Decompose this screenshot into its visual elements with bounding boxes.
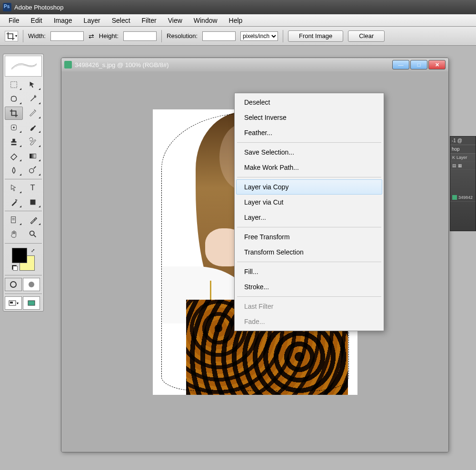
menu-layer[interactable]: Layer — [78, 15, 106, 26]
panel-tab[interactable]: -1 @ — [450, 137, 476, 145]
tool-brush[interactable] — [24, 121, 42, 134]
height-input[interactable] — [123, 31, 157, 41]
menu-bar: File Edit Image Layer Select Filter View… — [0, 14, 476, 27]
close-button[interactable]: ✕ — [428, 60, 446, 69]
tool-dodge[interactable] — [24, 164, 42, 177]
svg-rect-15 — [28, 301, 35, 305]
app-titlebar: Adobe Photoshop — [0, 0, 476, 14]
swap-dimensions-icon[interactable]: ⇄ — [89, 32, 94, 40]
svg-rect-0 — [11, 82, 17, 88]
menu-filter[interactable]: Filter — [136, 15, 162, 26]
tool-notes[interactable] — [5, 213, 23, 226]
foreground-color-swatch[interactable] — [12, 248, 27, 263]
context-item-layer[interactable]: Layer... — [236, 210, 382, 225]
context-item-make-work-path[interactable]: Make Work Path... — [236, 160, 382, 175]
menu-window[interactable]: Window — [188, 15, 223, 26]
tool-slice[interactable] — [24, 107, 42, 120]
divider — [5, 294, 42, 294]
svg-point-2 — [13, 127, 15, 128]
maximize-button[interactable]: □ — [410, 60, 427, 69]
tool-marquee[interactable] — [5, 78, 23, 91]
context-item-stroke[interactable]: Stroke... — [236, 279, 382, 294]
brush-preview[interactable] — [5, 56, 42, 77]
document-icon — [64, 61, 72, 69]
context-item-save-selection[interactable]: Save Selection... — [236, 145, 382, 160]
context-item-fill[interactable]: Fill... — [236, 264, 382, 279]
menu-image[interactable]: Image — [48, 15, 78, 26]
tool-shape[interactable] — [24, 196, 42, 209]
context-item-free-transform[interactable]: Free Transform — [236, 229, 382, 245]
svg-point-10 — [30, 231, 34, 235]
menu-edit[interactable]: Edit — [25, 15, 48, 26]
panel-file-row[interactable]: 349842 — [450, 194, 476, 202]
standard-mode-button[interactable] — [5, 278, 22, 291]
swap-colors-icon[interactable]: ⤢ — [31, 248, 35, 253]
menu-separator — [237, 262, 381, 262]
panel-tab[interactable]: hop — [450, 145, 476, 154]
front-image-button[interactable]: Front Image — [288, 30, 343, 42]
tool-crop[interactable] — [5, 107, 23, 120]
tool-hand[interactable] — [5, 227, 23, 241]
svg-text:T: T — [30, 183, 35, 192]
imageready-button[interactable] — [23, 296, 40, 310]
menu-select[interactable]: Select — [106, 15, 136, 26]
context-item-deselect[interactable]: Deselect — [236, 95, 382, 110]
menu-view[interactable]: View — [162, 15, 188, 26]
tool-gradient[interactable] — [24, 149, 42, 163]
minimize-button[interactable]: — — [392, 60, 409, 69]
context-item-feather[interactable]: Feather... — [236, 125, 382, 140]
tool-pen[interactable] — [5, 196, 23, 209]
tool-zoom[interactable] — [24, 227, 42, 241]
tool-lasso[interactable] — [5, 92, 23, 106]
menu-help[interactable]: Help — [223, 15, 248, 26]
tool-move[interactable] — [24, 78, 42, 91]
panel-tab-row[interactable]: K Layer — [450, 154, 476, 162]
separator — [23, 30, 23, 42]
tool-magic-wand[interactable] — [24, 92, 42, 106]
tool-path-select[interactable] — [5, 181, 23, 195]
options-bar: ▾ Width: ⇄ Height: Resolution: pixels/in… — [0, 27, 476, 46]
separator — [161, 30, 162, 42]
file-icon — [452, 195, 457, 200]
svg-rect-14 — [10, 302, 13, 304]
svg-rect-6 — [30, 200, 36, 205]
svg-point-4 — [30, 168, 34, 173]
menu-separator — [237, 142, 381, 143]
context-menu: DeselectSelect InverseFeather...Save Sel… — [234, 93, 384, 331]
divider — [5, 211, 42, 211]
tool-blur[interactable] — [5, 164, 23, 177]
color-swatches[interactable]: ⤢ — [12, 248, 35, 271]
menu-file[interactable]: File — [3, 15, 25, 26]
tool-history-brush[interactable] — [24, 135, 42, 148]
svg-point-12 — [29, 282, 34, 287]
resolution-input[interactable] — [202, 31, 236, 41]
app-title: Adobe Photoshop — [14, 4, 63, 11]
screen-mode-button[interactable]: ▾ — [5, 296, 22, 310]
default-colors-icon[interactable] — [12, 265, 18, 271]
crop-tool-icon[interactable]: ▾ — [5, 31, 18, 41]
width-input[interactable] — [50, 31, 84, 41]
context-item-fade: Fade... — [236, 314, 382, 329]
tool-type[interactable]: T — [24, 181, 42, 195]
menu-separator — [237, 296, 381, 297]
document-titlebar[interactable]: 3498426_s.jpg @ 100% (RGB/8#) — □ ✕ — [61, 58, 448, 71]
divider — [5, 275, 42, 275]
divider — [5, 243, 42, 244]
width-label: Width: — [28, 32, 46, 39]
tool-eraser[interactable] — [5, 149, 23, 163]
context-item-layer-via-cut[interactable]: Layer via Cut — [236, 195, 382, 210]
tool-stamp[interactable] — [5, 135, 23, 148]
quickmask-mode-button[interactable] — [23, 278, 40, 291]
panel-icons[interactable]: ▤ ▦ — [450, 162, 476, 170]
tool-eyedropper[interactable] — [24, 213, 42, 226]
context-item-layer-via-copy[interactable]: Layer via Copy — [236, 179, 382, 195]
svg-point-11 — [10, 282, 16, 287]
context-item-transform-selection[interactable]: Transform Selection — [236, 245, 382, 260]
clear-button[interactable]: Clear — [348, 30, 385, 42]
context-item-select-inverse[interactable]: Select Inverse — [236, 110, 382, 125]
side-panels[interactable]: -1 @ hop K Layer ▤ ▦ 349842 — [450, 136, 476, 231]
units-select[interactable]: pixels/inch — [240, 31, 278, 41]
context-item-last-filter: Last Filter — [236, 299, 382, 314]
tool-healing[interactable] — [5, 121, 23, 134]
svg-rect-3 — [30, 154, 36, 158]
